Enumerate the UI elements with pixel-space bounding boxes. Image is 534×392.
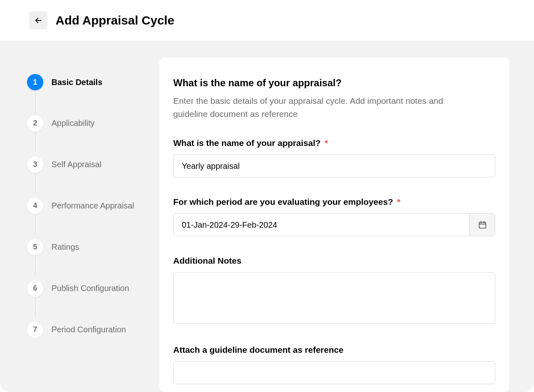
- step-label: Self Appraisal: [51, 160, 101, 169]
- svg-rect-1: [479, 222, 486, 228]
- step-label: Performance Appraisal: [51, 201, 134, 211]
- required-indicator: *: [324, 138, 328, 148]
- step-label: Publish Configuration: [51, 284, 129, 293]
- content-area: 1 Basic Details 2 Applicability 3 Self A…: [0, 41, 534, 392]
- step-item-self-appraisal[interactable]: 3 Self Appraisal: [27, 144, 147, 185]
- calendar-button[interactable]: [469, 214, 495, 236]
- step-item-period-configuration[interactable]: 7 Period Configuration: [27, 309, 147, 350]
- calendar-icon: [478, 220, 487, 229]
- step-list: 1 Basic Details 2 Applicability 3 Self A…: [27, 74, 147, 350]
- arrow-left-icon: [34, 16, 42, 25]
- required-indicator: *: [397, 197, 400, 206]
- step-number: 7: [27, 322, 43, 338]
- field-label-text: For which period are you evaluating your…: [173, 197, 393, 206]
- main-form-card: What is the name of your appraisal? Ente…: [159, 58, 509, 392]
- step-label: Applicability: [51, 119, 95, 128]
- step-number: 2: [27, 115, 43, 132]
- back-button[interactable]: [29, 11, 47, 29]
- period-date-input[interactable]: [174, 214, 469, 236]
- section-title: What is the name of your appraisal?: [173, 77, 493, 89]
- step-number: 4: [27, 198, 43, 214]
- attach-guideline-input[interactable]: [173, 361, 495, 384]
- step-label: Ratings: [51, 242, 79, 252]
- field-attach-guideline: Attach a guideline document as reference: [173, 345, 493, 384]
- step-number: 1: [27, 74, 43, 90]
- step-number: 3: [27, 157, 43, 173]
- step-item-applicability[interactable]: 2 Applicability: [27, 103, 147, 144]
- step-number: 6: [27, 280, 43, 297]
- step-sidebar: 1 Basic Details 2 Applicability 3 Self A…: [0, 58, 159, 392]
- step-item-publish-configuration[interactable]: 6 Publish Configuration: [27, 268, 147, 309]
- step-item-performance-appraisal[interactable]: 4 Performance Appraisal: [27, 185, 147, 226]
- field-label: Additional Notes: [173, 256, 493, 266]
- step-number: 5: [27, 239, 43, 255]
- field-label: For which period are you evaluating your…: [173, 197, 493, 207]
- field-additional-notes: Additional Notes: [173, 256, 493, 325]
- page-header: Add Appraisal Cycle: [0, 0, 534, 41]
- page-title: Add Appraisal Cycle: [56, 13, 174, 27]
- field-label-text: What is the name of your appraisal?: [173, 138, 321, 148]
- section-description: Enter the basic details of your appraisa…: [173, 94, 467, 120]
- field-evaluation-period: For which period are you evaluating your…: [173, 197, 493, 236]
- appraisal-name-input[interactable]: [173, 155, 495, 177]
- step-item-basic-details[interactable]: 1 Basic Details: [27, 74, 147, 103]
- step-label: Basic Details: [51, 78, 103, 87]
- date-input-wrapper: [173, 213, 495, 236]
- field-appraisal-name: What is the name of your appraisal? *: [173, 138, 493, 177]
- field-label: What is the name of your appraisal? *: [173, 138, 493, 148]
- field-label: Attach a guideline document as reference: [173, 345, 493, 355]
- step-item-ratings[interactable]: 5 Ratings: [27, 226, 147, 268]
- step-label: Period Configuration: [51, 325, 126, 334]
- additional-notes-textarea[interactable]: [173, 272, 495, 324]
